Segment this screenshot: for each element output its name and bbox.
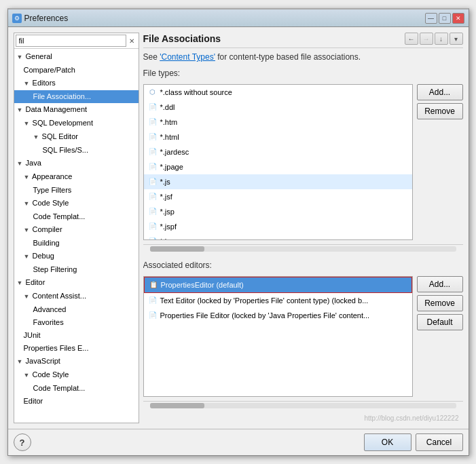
tree-item-compiler[interactable]: ▼ Compiler xyxy=(14,223,139,237)
tree-item-java[interactable]: ▼ Java xyxy=(14,157,139,170)
tree-item-step-filtering[interactable]: Step Filtering xyxy=(14,263,139,276)
tree-item-advanced[interactable]: Advanced xyxy=(14,303,139,316)
down-button[interactable]: ↓ xyxy=(435,33,448,45)
tree-item-general[interactable]: ▼ General xyxy=(14,50,139,64)
list-item[interactable]: 📄 *.html xyxy=(144,130,412,144)
list-item[interactable]: 📄 *.jspx xyxy=(144,234,412,240)
tree-item-favorites[interactable]: Favorites xyxy=(14,316,139,329)
tree-item-sql-files[interactable]: SQL Files/S... xyxy=(14,144,139,157)
editors-scrollbar-thumb xyxy=(150,403,204,408)
window-icon: ⚙ xyxy=(12,14,22,23)
list-item[interactable]: 📄 *.jardesc xyxy=(144,144,412,159)
file-icon: 📄 xyxy=(148,296,158,305)
tree-item-properties-files[interactable]: Properties Files E... xyxy=(14,342,139,355)
tree-item-editor[interactable]: ▼ Editor xyxy=(14,276,139,290)
ok-button[interactable]: OK xyxy=(364,433,411,451)
tree-item-type-filters[interactable]: Type Filters xyxy=(14,184,139,197)
list-item[interactable]: 📄 *.js xyxy=(144,174,412,189)
cancel-button[interactable]: Cancel xyxy=(416,433,463,451)
description: See 'Content Types' for content-type bas… xyxy=(143,52,463,62)
editors-scrollbar-track xyxy=(150,403,456,408)
default-editor-button[interactable]: Default xyxy=(417,314,463,330)
tree-item-file-associations[interactable]: File Association... xyxy=(14,90,139,103)
watermark: http://blog.csdn.net/diyu122222 xyxy=(143,413,463,423)
minimize-button[interactable]: — xyxy=(425,13,437,24)
tree-item-editors[interactable]: ▼ Editors xyxy=(14,77,139,90)
editors-item-default[interactable]: 📋 PropertiesEditor (default) xyxy=(144,277,412,293)
panel-title: File Associations xyxy=(143,33,221,44)
list-item[interactable]: 📄 *.htm xyxy=(144,115,412,130)
editors-buttons: Add... Remove Default xyxy=(417,276,463,397)
tree-item-content-assist[interactable]: ▼ Content Assist... xyxy=(14,290,139,303)
associated-editors-label: Associated editors: xyxy=(143,260,463,270)
titlebar-left: ⚙ Preferences xyxy=(12,14,69,23)
back-button[interactable]: ← xyxy=(405,33,418,45)
desc-post: for content-type based file associations… xyxy=(215,52,361,62)
file-icon: 📄 xyxy=(148,311,158,320)
window-controls: — □ ✕ xyxy=(425,13,464,24)
file-icon: 📄 xyxy=(148,237,158,240)
maximize-button[interactable]: □ xyxy=(439,13,451,24)
editors-scrollbar[interactable] xyxy=(143,401,463,409)
add-file-type-button[interactable]: Add... xyxy=(417,84,463,100)
help-button[interactable]: ? xyxy=(14,433,31,451)
tree-item-sql-dev[interactable]: ▼ SQL Development xyxy=(14,117,139,130)
class-icon: ⬡ xyxy=(148,88,158,97)
remove-editor-button[interactable]: Remove xyxy=(417,295,463,311)
file-icon: 📄 xyxy=(148,117,158,127)
search-clear-button[interactable]: ✕ xyxy=(126,35,137,46)
titlebar: ⚙ Preferences — □ ✕ xyxy=(8,9,469,27)
tree-item-code-style[interactable]: ▼ Code Style xyxy=(14,197,139,210)
file-types-scrollbar[interactable] xyxy=(143,244,463,252)
close-button[interactable]: ✕ xyxy=(452,13,464,24)
tree-item-code-templates[interactable]: Code Templat... xyxy=(14,210,139,223)
preferences-window: ⚙ Preferences — □ ✕ ✕ ▼ General Compare/… xyxy=(7,8,469,456)
file-types-section: ⬡ *.class without source 📄 *.ddl 📄 *.htm… xyxy=(143,84,463,240)
remove-file-type-button[interactable]: Remove xyxy=(417,103,463,119)
editors-item-text[interactable]: 📄 Text Editor (locked by 'Properties Fil… xyxy=(144,293,412,308)
list-item[interactable]: 📄 *.ddl xyxy=(144,100,412,115)
file-types-buttons: Add... Remove xyxy=(417,84,463,240)
tree: ▼ General Compare/Patch ▼ Editors File A… xyxy=(14,49,139,423)
file-types-list[interactable]: ⬡ *.class without source 📄 *.ddl 📄 *.htm… xyxy=(143,84,413,240)
right-panel: File Associations ← → ↓ ▾ See 'Content T… xyxy=(143,33,463,423)
file-icon: 📄 xyxy=(148,177,158,187)
tree-item-js-code-style[interactable]: ▼ Code Style xyxy=(14,368,139,382)
tree-item-js-editor[interactable]: Editor xyxy=(14,395,139,408)
content-types-link[interactable]: 'Content Types' xyxy=(160,52,215,62)
tree-item-debug[interactable]: ▼ Debug xyxy=(14,250,139,263)
tree-item-sql-editor[interactable]: ▼ SQL Editor xyxy=(14,130,139,144)
list-item[interactable]: 📄 *.jspf xyxy=(144,219,412,234)
forward-button[interactable]: → xyxy=(420,33,433,45)
bottom-bar: ? OK Cancel xyxy=(8,429,469,455)
properties-icon: 📋 xyxy=(149,280,158,290)
list-item[interactable]: 📄 *.jpage xyxy=(144,159,412,174)
menu-button[interactable]: ▾ xyxy=(450,33,463,45)
tree-item-compare[interactable]: Compare/Patch xyxy=(14,64,139,77)
add-editor-button[interactable]: Add... xyxy=(417,276,463,292)
bottom-right: OK Cancel xyxy=(364,433,463,451)
associated-editors-section: 📋 PropertiesEditor (default) 📄 Text Edit… xyxy=(143,276,463,397)
editors-item-prop-file[interactable]: 📄 Properties File Editor (locked by 'Jav… xyxy=(144,308,412,323)
search-bar: ✕ xyxy=(14,33,139,49)
tree-item-data-mgmt[interactable]: ▼ Data Management xyxy=(14,103,139,117)
list-item[interactable]: 📄 *.jsp xyxy=(144,204,412,219)
file-icon: 📄 xyxy=(148,132,158,142)
header-nav: ← → ↓ ▾ xyxy=(405,33,463,45)
panel-header: File Associations ← → ↓ ▾ xyxy=(143,33,463,48)
tree-item-junit[interactable]: JUnit xyxy=(14,329,139,342)
tree-item-js-code-templates[interactable]: Code Templat... xyxy=(14,382,139,395)
file-icon: 📄 xyxy=(148,147,158,157)
tree-item-javascript[interactable]: ▼ JavaScript xyxy=(14,355,139,368)
tree-item-appearance[interactable]: ▼ Appearance xyxy=(14,170,139,184)
list-item[interactable]: ⬡ *.class without source xyxy=(144,85,412,100)
file-icon: 📄 xyxy=(148,222,158,231)
window-title: Preferences xyxy=(24,14,69,23)
file-icon: 📄 xyxy=(148,162,158,172)
editors-list[interactable]: 📋 PropertiesEditor (default) 📄 Text Edit… xyxy=(143,276,413,397)
tree-item-building[interactable]: Building xyxy=(14,237,139,250)
search-input[interactable] xyxy=(16,35,126,47)
list-item[interactable]: 📄 *.jsf xyxy=(144,189,412,204)
main-content: ✕ ▼ General Compare/Patch ▼ Editors File… xyxy=(8,27,469,429)
file-icon: 📄 xyxy=(148,192,158,201)
